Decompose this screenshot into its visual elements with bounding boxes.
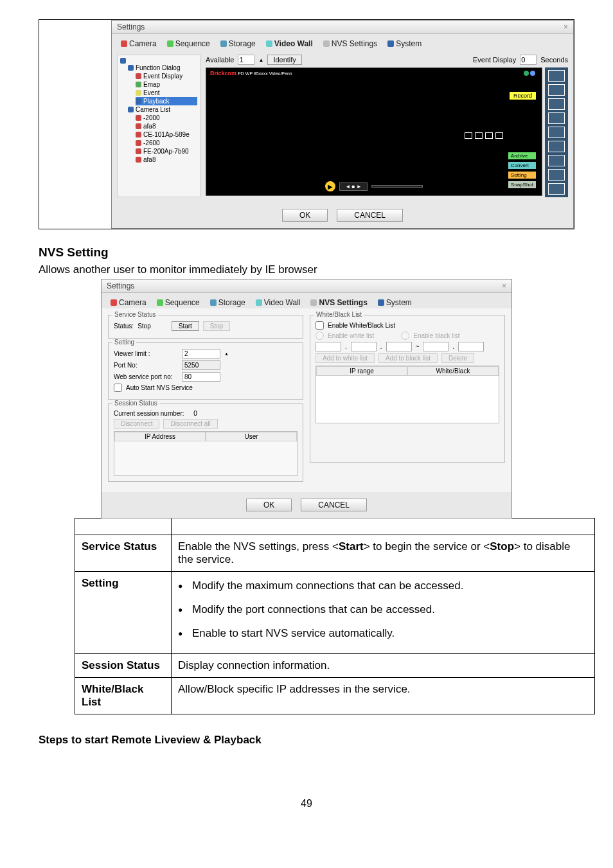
tree-item: CE-101Ap-589e [136,130,197,139]
tab-sequence[interactable]: Sequence [164,38,213,49]
cam-icon [136,148,141,154]
tab-storage[interactable]: Storage [218,38,258,49]
record-button[interactable]: Record [509,91,537,100]
cell-key: Session Status [75,653,172,677]
tree-item: afa8 [136,122,197,130]
tree-item: Camera List [128,105,197,114]
settings-window-2: Settings × Camera Sequence Storage Video… [101,279,512,518]
start-button[interactable]: Start [172,321,199,331]
enable-wb-checkbox[interactable] [315,321,324,330]
storage-icon [210,299,217,306]
window-title: Settings [107,281,134,290]
preview-header: Brickcom FD WP 85xxxx Video/Penn [210,70,292,76]
ip1[interactable] [315,342,341,351]
function-tree[interactable]: Function Dialog Event Display Emap Event… [117,55,200,197]
status-icon [524,71,529,76]
cell-val: Allow/Block specific IP addresses in the… [172,677,595,714]
ip2[interactable] [351,342,377,351]
videowall-main: Available ▲ Identify Event Display Secon… [206,55,568,197]
tree-item: -2600 [136,139,197,147]
layout-option[interactable] [548,112,565,124]
tab-camera[interactable]: Camera [108,297,149,308]
figure-videowall: Settings × Camera Sequence Storage Video… [39,19,574,229]
col-wb: White/Black [407,366,499,376]
close-icon[interactable]: × [502,281,506,290]
cancel-button[interactable]: CANCEL [301,499,367,511]
steps-heading: Steps to start Remote Liveview & Playbac… [39,734,574,747]
nvs-body: Service Status Status: Stop Start Stop S… [102,308,511,492]
settings-window-1: Settings × Camera Sequence Storage Video… [111,20,574,229]
emap-icon [136,82,141,87]
col-user: User [206,432,297,441]
play-icon[interactable]: ▶ [325,181,335,191]
tab-videowall[interactable]: Video Wall [263,38,315,49]
layout-icons[interactable] [465,132,503,139]
timeline[interactable] [371,185,423,188]
available-input[interactable] [238,55,254,65]
ip4[interactable] [423,342,449,351]
videowall-icon [256,299,262,306]
tree-item: Event Display [136,72,197,80]
layout-option[interactable] [548,169,565,181]
nvs-icon [310,299,317,306]
enable-black-radio [401,332,409,340]
ok-button[interactable]: OK [282,209,328,222]
playback-bar: ▶ ◄ ■ ► [206,181,542,191]
col-ip: IP Address [114,432,206,441]
layout-option[interactable] [548,98,565,110]
close-icon[interactable]: × [564,22,568,31]
spinner-icon[interactable]: ▲ [224,351,229,356]
group-setting: Setting Viewer limit :▲ Port No: Web ser… [108,342,303,400]
archive-button[interactable]: Archive [508,152,537,160]
layout-option[interactable] [548,155,565,166]
preview-area[interactable]: Brickcom FD WP 85xxxx Video/Penn Record … [206,67,542,196]
list-item: Enable to start NVS service automaticall… [192,624,588,643]
tree-item: FE-200Ap-7b90 [136,147,197,155]
tab-system[interactable]: System [385,38,424,49]
tab-storage[interactable]: Storage [208,297,248,308]
cam-icon [136,157,141,163]
window-titlebar: Settings × [112,21,573,34]
play-icon [136,98,141,104]
wb-table[interactable]: IP rangeWhite/Black [315,366,499,423]
port-input[interactable] [182,360,220,370]
ip3[interactable] [386,342,412,351]
setting-button[interactable]: Setting [508,171,537,179]
tab-nvs[interactable]: NVS Settings [308,297,369,308]
layout-option[interactable] [548,141,565,152]
seconds-input[interactable] [520,55,537,65]
cursession-label: Current session number: [114,410,184,417]
playback-controls[interactable]: ◄ ■ ► [339,182,367,191]
spinner-icon[interactable]: ▲ [258,57,263,63]
cell-val: Display connection information. [172,653,595,677]
status-value: Stop [138,323,151,330]
table-row: Service Status Enable the NVS settings, … [75,535,595,572]
session-table[interactable]: IP AddressUser [114,431,298,476]
tab-videowall[interactable]: Video Wall [253,297,303,308]
layout-option[interactable] [548,127,565,138]
port-label: Port No: [114,362,178,369]
enable-white-radio [315,332,324,340]
layout-option[interactable] [548,84,565,96]
tab-camera[interactable]: Camera [118,38,159,49]
convert-button[interactable]: Convert [508,161,537,170]
nvs-icon [323,40,330,47]
viewer-input[interactable] [182,349,220,359]
cancel-button[interactable]: CANCEL [337,209,403,222]
ip5[interactable] [458,342,484,351]
tab-sequence[interactable]: Sequence [154,297,202,308]
identify-button[interactable]: Identify [267,55,301,65]
cursession-value: 0 [193,410,197,417]
tab-system[interactable]: System [375,297,414,308]
autostart-checkbox[interactable] [114,384,122,392]
cam-icon [136,132,141,137]
webport-input[interactable] [182,372,220,382]
tab-nvs[interactable]: NVS Settings [321,38,380,49]
ok-button[interactable]: OK [246,499,292,511]
layout-option[interactable] [548,70,565,82]
window-title: Settings [117,22,145,31]
status-icon [530,71,535,76]
table-row: Session Status Display connection inform… [75,653,595,677]
system-icon [378,299,384,306]
layout-option[interactable] [548,183,565,195]
